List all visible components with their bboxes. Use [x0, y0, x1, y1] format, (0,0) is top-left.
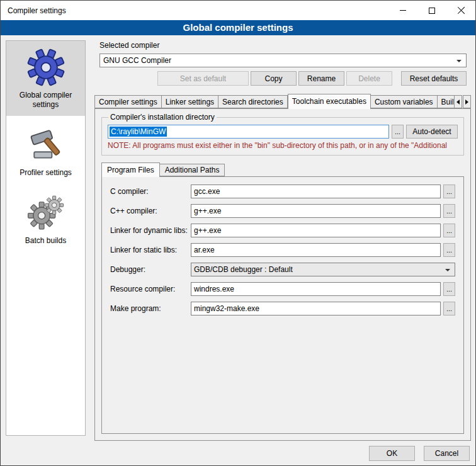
installation-directory-input[interactable]: C:\raylib\MinGW	[108, 125, 389, 139]
cpp-compiler-browse-button[interactable]: ...	[443, 204, 455, 218]
tab-toolchain-executables[interactable]: Toolchain executables	[288, 94, 371, 109]
installation-directory-row: C:\raylib\MinGW ... Auto-detect	[108, 125, 458, 139]
dynamic-linker-row: Linker for dynamic libs: g++.exe ...	[110, 224, 455, 237]
chevron-down-icon	[456, 60, 462, 62]
compiler-settings-tabs: Compiler settings Linker settings Search…	[94, 94, 471, 109]
dynamic-linker-input[interactable]: g++.exe	[191, 224, 441, 237]
tab-linker-settings[interactable]: Linker settings	[162, 95, 218, 108]
make-program-label: Make program:	[110, 304, 191, 313]
profiler-hammer-icon	[27, 126, 65, 164]
minimize-button[interactable]	[388, 1, 417, 20]
maximize-icon	[429, 8, 435, 14]
reset-defaults-button[interactable]: Reset defaults	[401, 71, 467, 86]
maximize-button[interactable]	[417, 1, 446, 20]
debugger-row: Debugger: GDB/CDB debugger : Default	[110, 263, 455, 276]
blue-gear-icon	[27, 48, 65, 86]
installation-directory-selected-text: C:\raylib\MinGW	[110, 127, 167, 137]
installation-directory-group: Compiler's installation directory C:\ray…	[101, 113, 464, 156]
static-linker-label: Linker for static libs:	[110, 246, 191, 254]
titlebar: Compiler settings	[1, 1, 475, 20]
dynamic-linker-label: Linker for dynamic libs:	[110, 226, 191, 235]
ok-button[interactable]: OK	[369, 446, 415, 461]
c-compiler-label: C compiler:	[110, 187, 191, 196]
tab-scroll-right-button[interactable]	[463, 95, 471, 108]
window-controls	[388, 1, 475, 20]
bin-subdirectory-note: NOTE: All programs must exist either in …	[108, 141, 458, 150]
tab-search-directories[interactable]: Search directories	[218, 95, 288, 108]
sidebar-item-profiler-settings[interactable]: Profiler settings	[6, 116, 85, 184]
sidebar-item-batch-builds[interactable]: Batch builds	[6, 184, 85, 252]
c-compiler-row: C compiler: gcc.exe ...	[110, 185, 455, 198]
cancel-button[interactable]: Cancel	[424, 446, 470, 461]
tab-custom-variables[interactable]: Custom variables	[371, 95, 438, 108]
tab-build[interactable]: Buil	[438, 95, 454, 108]
set-as-default-button: Set as default	[157, 71, 249, 86]
cpp-compiler-input[interactable]: g++.exe	[191, 204, 441, 218]
resource-compiler-browse-button[interactable]: ...	[443, 282, 455, 296]
toolchain-executables-page: Compiler's installation directory C:\ray…	[94, 108, 471, 441]
left-arrow-icon	[456, 99, 460, 105]
right-arrow-icon	[465, 99, 468, 105]
window-title: Compiler settings	[8, 6, 66, 15]
settings-category-list: Global compiler settings Profiler settin…	[6, 40, 86, 436]
tab-scroll-buttons	[454, 95, 471, 108]
debugger-label: Debugger:	[110, 265, 191, 274]
selected-compiler-value: GNU GCC Compiler	[103, 56, 171, 65]
resource-compiler-label: Resource compiler:	[110, 285, 191, 293]
static-linker-row: Linker for static libs: ar.exe ...	[110, 243, 455, 257]
debugger-select[interactable]: GDB/CDB debugger : Default	[191, 263, 455, 276]
selected-compiler-select[interactable]: GNU GCC Compiler	[99, 54, 467, 67]
copy-button[interactable]: Copy	[251, 71, 297, 86]
sidebar-item-label: Batch builds	[25, 236, 66, 246]
program-files-panel: C compiler: gcc.exe ... C++ compiler: g+…	[101, 176, 464, 434]
c-compiler-input[interactable]: gcc.exe	[191, 185, 441, 198]
rename-button[interactable]: Rename	[298, 71, 344, 86]
resource-compiler-input[interactable]: windres.exe	[191, 282, 441, 296]
make-program-value: mingw32-make.exe	[194, 304, 259, 313]
sidebar-item-label: Profiler settings	[20, 168, 72, 178]
cpp-compiler-value: g++.exe	[194, 207, 221, 215]
gray-gears-icon	[27, 194, 65, 232]
cpp-compiler-row: C++ compiler: g++.exe ...	[110, 204, 455, 218]
page-title: Global compiler settings	[1, 20, 475, 35]
dynamic-linker-value: g++.exe	[194, 226, 221, 235]
tab-compiler-settings[interactable]: Compiler settings	[94, 95, 162, 108]
compiler-settings-dialog: Compiler settings Global compiler settin…	[0, 0, 476, 466]
close-icon	[457, 6, 465, 14]
static-linker-browse-button[interactable]: ...	[443, 243, 455, 257]
c-compiler-browse-button[interactable]: ...	[443, 185, 455, 198]
sidebar-item-label: Global compiler settings	[8, 91, 83, 110]
make-program-row: Make program: mingw32-make.exe ...	[110, 302, 455, 315]
compiler-actions: Set as default Copy Rename Delete Reset …	[99, 71, 467, 86]
cpp-compiler-label: C++ compiler:	[110, 207, 191, 215]
installation-directory-group-title: Compiler's installation directory	[108, 113, 217, 122]
resource-compiler-row: Resource compiler: windres.exe ...	[110, 282, 455, 296]
selected-compiler-label: Selected compiler	[99, 41, 159, 50]
dynamic-linker-browse-button[interactable]: ...	[443, 224, 455, 237]
chevron-down-icon	[445, 269, 450, 271]
sidebar-item-global-compiler-settings[interactable]: Global compiler settings	[6, 41, 85, 116]
make-program-input[interactable]: mingw32-make.exe	[191, 302, 441, 315]
installation-directory-browse-button[interactable]: ...	[392, 125, 404, 139]
program-files-tabs: Program Files Additional Paths	[101, 162, 225, 177]
c-compiler-value: gcc.exe	[194, 187, 220, 196]
static-linker-input[interactable]: ar.exe	[191, 243, 441, 257]
debugger-value: GDB/CDB debugger : Default	[194, 265, 293, 274]
static-linker-value: ar.exe	[194, 246, 215, 254]
tabs-viewport: Compiler settings Linker settings Search…	[94, 94, 454, 109]
auto-detect-button[interactable]: Auto-detect	[406, 125, 458, 139]
resource-compiler-value: windres.exe	[194, 285, 234, 293]
subtab-program-files[interactable]: Program Files	[101, 162, 160, 177]
close-button[interactable]	[446, 1, 475, 20]
make-program-browse-button[interactable]: ...	[443, 302, 455, 315]
minimize-icon	[400, 10, 406, 11]
tab-scroll-left-button[interactable]	[454, 95, 462, 108]
delete-button: Delete	[346, 71, 392, 86]
subtab-additional-paths[interactable]: Additional Paths	[160, 164, 225, 176]
